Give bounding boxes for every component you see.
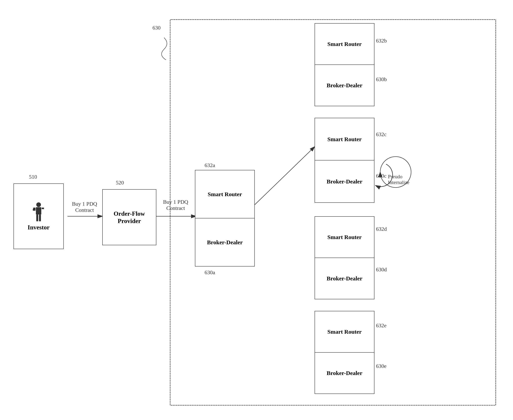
broker-dealer-c-label: Broker-Dealer	[327, 178, 362, 185]
broker-dealer-b-label: Broker-Dealer	[327, 82, 362, 89]
investor-box: Investor	[14, 183, 64, 249]
smart-router-c-top: Smart Router	[315, 118, 374, 160]
smart-router-d-top: Smart Router	[315, 217, 374, 258]
ref-632b: 632b	[376, 38, 387, 44]
smart-router-b-box: Smart Router Broker-Dealer	[315, 23, 374, 106]
ref-510: 510	[29, 174, 37, 180]
broker-dealer-c-bottom: Broker-Dealer	[315, 160, 374, 202]
investor-figure-icon	[33, 202, 44, 223]
ref-630d: 630d	[376, 266, 387, 273]
ref-630a: 630a	[205, 269, 215, 276]
svg-rect-8	[33, 209, 36, 211]
ref-632d: 632d	[376, 226, 387, 232]
smart-router-b-label: Smart Router	[327, 41, 361, 47]
broker-dealer-d-bottom: Broker-Dealer	[315, 258, 374, 299]
smart-router-d-box: Smart Router Broker-Dealer	[315, 216, 374, 299]
smart-router-c-box: Smart Router Broker-Dealer	[315, 118, 374, 203]
ref-632c: 632c	[376, 131, 386, 137]
pseudo-internalize-loop	[371, 160, 402, 191]
smart-router-e-label: Smart Router	[327, 329, 361, 335]
smart-router-a-box: Smart Router Broker-Dealer	[195, 170, 255, 266]
ref-630: 630	[153, 25, 161, 31]
order-flow-provider-label: Order-FlowProvider	[114, 210, 145, 225]
svg-rect-10	[36, 215, 38, 221]
broker-dealer-d-label: Broker-Dealer	[327, 275, 362, 282]
investor-label: Investor	[28, 224, 50, 231]
smart-router-e-box: Smart Router Broker-Dealer	[315, 311, 374, 394]
broker-dealer-e-bottom: Broker-Dealer	[315, 352, 374, 394]
broker-dealer-a-bottom: Broker-Dealer	[195, 218, 254, 266]
smart-router-a-label: Smart Router	[208, 191, 242, 198]
svg-rect-9	[42, 208, 44, 209]
svg-rect-11	[39, 215, 41, 221]
ref-630b: 630b	[376, 76, 387, 82]
svg-rect-6	[36, 207, 41, 215]
broker-dealer-e-label: Broker-Dealer	[327, 370, 362, 376]
smart-router-b-top: Smart Router	[315, 23, 374, 65]
flow-text-2: Buy 1 PDQ Contract	[158, 199, 193, 211]
svg-point-5	[36, 202, 41, 207]
ref-632e: 632e	[376, 322, 386, 329]
smart-router-a-top: Smart Router	[195, 170, 254, 218]
broker-dealer-b-bottom: Broker-Dealer	[315, 65, 374, 106]
ref-630e: 630e	[376, 363, 386, 369]
smart-router-e-top: Smart Router	[315, 311, 374, 352]
order-flow-provider-box: Order-FlowProvider	[102, 189, 156, 245]
smart-router-c-label: Smart Router	[327, 136, 361, 142]
broker-dealer-a-label: Broker-Dealer	[207, 239, 243, 246]
smart-router-d-label: Smart Router	[327, 234, 361, 240]
ref-632a: 632a	[205, 162, 215, 168]
ref-520: 520	[116, 180, 124, 186]
flow-text-1: Buy 1 PDQ Contract	[69, 201, 100, 213]
